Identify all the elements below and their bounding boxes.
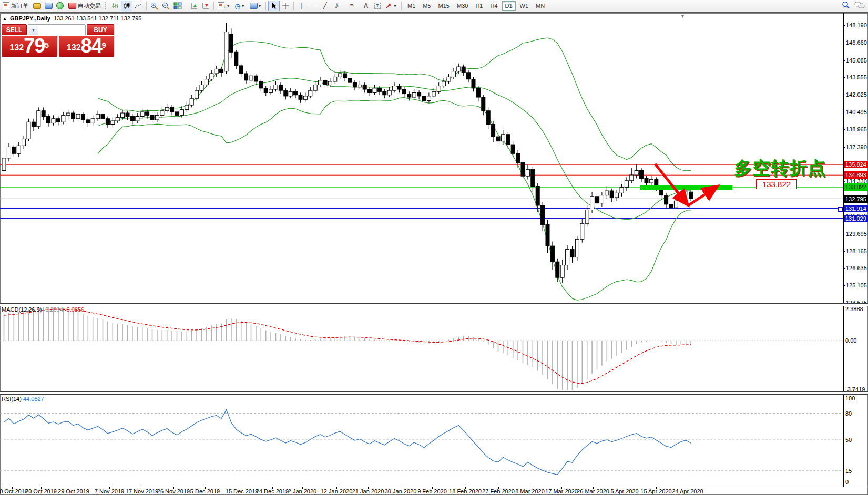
date-label: 17 Nov 2019: [126, 488, 158, 494]
chart-shift-marker[interactable]: ▼: [680, 14, 685, 19]
main-toolbar: 新订单 自动交易 +▼ ◷▼ ▼: [0, 0, 868, 12]
tile-windows-icon[interactable]: [172, 1, 183, 11]
date-label: 24 Apr 2020: [672, 488, 703, 494]
macd-main-value: -0.2694: [43, 306, 63, 313]
zoom-out-icon[interactable]: [160, 1, 172, 11]
toolbar-separator: [213, 2, 214, 10]
buy-button[interactable]: BUY: [87, 24, 114, 35]
macd-axis-label: 0.00: [845, 337, 856, 344]
price-tick-label: 129.695: [846, 231, 867, 237]
toolbar-separator: [146, 2, 147, 10]
date-label: 26 Mar 2020: [577, 488, 609, 494]
cursor-tool-icon[interactable]: [268, 1, 280, 11]
new-order-button[interactable]: 新订单: [0, 1, 31, 12]
date-label: 17 Mar 2020: [545, 488, 578, 494]
price-badge: 134.893: [844, 171, 868, 179]
rsi-axis-label: 100: [845, 395, 855, 401]
show-order-history-icon[interactable]: [200, 1, 211, 11]
date-label: 26 Nov 2019: [157, 488, 190, 494]
channel-tool-icon[interactable]: ⫽E: [331, 1, 345, 11]
macd-indicator-panel[interactable]: [0, 306, 843, 391]
new-chart-dropdown[interactable]: +▼: [216, 1, 232, 11]
rsi-axis-label: 15: [845, 468, 852, 474]
timeframe-button-m30[interactable]: M30: [454, 1, 471, 11]
date-label: 30 Jan 2020: [385, 488, 417, 494]
date-label: 10 Oct 2019: [0, 488, 28, 494]
search-icon[interactable]: [842, 1, 850, 11]
turning-point-annotation[interactable]: 多空转折点: [734, 156, 826, 180]
window-collapse-icon[interactable]: ▲: [3, 16, 7, 21]
timeframe-button-m15[interactable]: M15: [435, 1, 453, 11]
price-tick-label: 142.025: [846, 91, 867, 98]
date-label: 9 Feb 2020: [417, 488, 447, 494]
text-tool-icon[interactable]: A: [360, 1, 372, 11]
label-tool-icon[interactable]: T: [372, 1, 383, 11]
templates-dropdown[interactable]: ▼: [248, 1, 263, 11]
crosshair-tool-icon[interactable]: [280, 1, 291, 11]
sell-price-figure: 132: [9, 40, 24, 56]
rsi-value: 44.0827: [23, 396, 44, 402]
horizontal-line-tool-icon[interactable]: —: [308, 1, 319, 11]
macd-name: MACD(12,26,9): [2, 306, 42, 313]
one-click-trading-panel: SELL ▼ ▲ BUY 132 79 5 132 84 9: [2, 24, 114, 57]
new-order-icon: [3, 2, 9, 9]
price-tick-label: 145.085: [846, 57, 867, 64]
level-price-label[interactable]: 133.822: [756, 179, 797, 189]
timeframe-button-d1[interactable]: D1: [502, 1, 516, 11]
bar-chart-type-icon[interactable]: [109, 1, 121, 11]
price-tick-label: 138.965: [846, 126, 867, 132]
fibonacci-tool-icon[interactable]: ≡F: [345, 1, 360, 11]
show-trade-levels-icon[interactable]: [188, 1, 200, 11]
sell-price-tile[interactable]: 132 79 5: [2, 36, 57, 57]
arrows-dropdown[interactable]: ▼: [383, 1, 399, 11]
toolbar-separator: [265, 2, 266, 10]
rsi-axis-label: 80: [845, 410, 852, 417]
sell-button[interactable]: SELL: [2, 24, 27, 35]
price-tick-label: 148.190: [846, 22, 867, 28]
autotrading-button[interactable]: 自动交易: [66, 1, 104, 12]
macd-label-row: MACD(12,26,9) -0.2694 -0.0856: [2, 306, 84, 313]
rsi-axis-label: 50: [845, 437, 852, 443]
line-chart-type-icon[interactable]: [132, 1, 144, 11]
price-badge: 132.795: [844, 195, 868, 203]
metaeditor-icon[interactable]: [31, 1, 43, 11]
candlestick-type-icon[interactable]: [121, 1, 132, 11]
price-badge: 131.029: [844, 215, 868, 222]
price-tick-label: 146.660: [846, 39, 867, 46]
signals-icon[interactable]: [54, 1, 66, 11]
periods-dropdown[interactable]: ◷▼: [232, 1, 248, 11]
timeframe-button-w1[interactable]: W1: [517, 1, 532, 11]
main-price-chart[interactable]: [0, 13, 843, 303]
hline-drag-handle[interactable]: [838, 207, 843, 212]
date-label: 7 Nov 2019: [95, 488, 124, 494]
timeframe-button-h4[interactable]: H4: [487, 1, 501, 11]
sell-price-point: 5: [45, 37, 49, 53]
date-label: 27 Feb 2020: [482, 488, 515, 494]
zoom-in-icon[interactable]: [149, 1, 160, 11]
timeframe-button-mn[interactable]: MN: [533, 1, 548, 11]
trendline-tool-icon[interactable]: ╱: [319, 1, 331, 11]
timeframe-button-m5[interactable]: M5: [420, 1, 434, 11]
community-chat-icon[interactable]: [854, 1, 865, 11]
price-axis-border: [843, 13, 844, 487]
macd-axis-label: 2.3888: [845, 306, 863, 312]
timeframe-button-m1[interactable]: M1: [404, 1, 418, 11]
date-label: 15 Dec 2019: [226, 488, 258, 494]
toolbar-grip: [105, 2, 107, 9]
timeframe-button-h1[interactable]: H1: [472, 1, 486, 11]
buy-price-figure: 132: [67, 40, 81, 56]
rsi-indicator-panel[interactable]: [0, 394, 843, 487]
volume-stepper: ▼ ▲: [28, 24, 86, 35]
rsi-name: RSI(14): [2, 396, 22, 402]
panel-divider[interactable]: [0, 391, 868, 395]
volume-decrease-button[interactable]: ▼: [28, 25, 38, 35]
buy-price-tile[interactable]: 132 84 9: [59, 36, 115, 57]
price-badge: 131.914: [844, 205, 868, 212]
volume-input[interactable]: [38, 25, 86, 35]
date-label: 2 Jan 2020: [288, 488, 316, 494]
date-label: 8 Mar 2020: [515, 488, 545, 494]
market-watch-icon[interactable]: [43, 1, 54, 11]
price-tick-label: 128.165: [846, 248, 867, 254]
panel-divider[interactable]: [0, 303, 868, 306]
vertical-line-tool-icon[interactable]: |: [296, 1, 308, 11]
